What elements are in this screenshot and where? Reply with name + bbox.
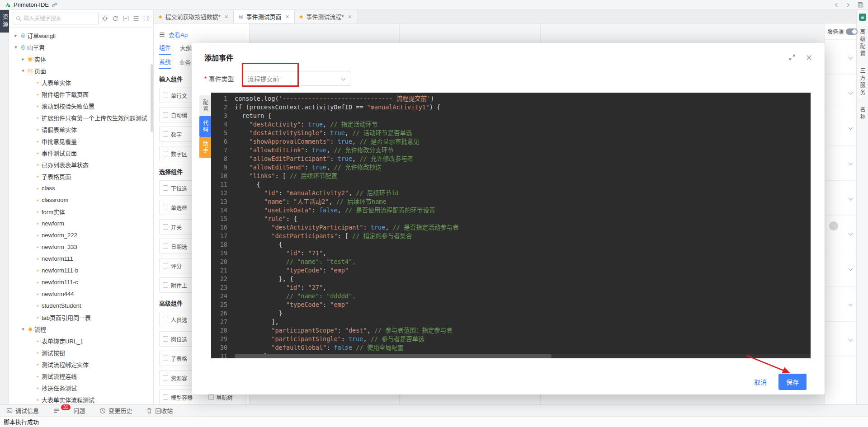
palette-tab[interactable]: 大纲	[180, 41, 192, 55]
scrollbar-thumb[interactable]	[235, 354, 552, 358]
collapsed-panel-row[interactable]	[825, 75, 856, 110]
tree-item[interactable]: ●newform_222	[9, 229, 153, 241]
palette-tab[interactable]: 组件	[159, 41, 171, 55]
collapsed-panel-row[interactable]	[825, 40, 856, 75]
expand-icon[interactable]: ▸	[13, 33, 19, 38]
editor-tab[interactable]: ▤事件测试页面×	[234, 10, 295, 23]
tree-item[interactable]: ●newform111	[9, 253, 153, 264]
editor-tab[interactable]: ◆事件测试流程*×	[295, 10, 357, 23]
dot-icon: ●	[33, 281, 42, 284]
tree-item[interactable]: ●请假表单实体	[9, 123, 153, 135]
recycle-bin-label: 回收站	[155, 406, 173, 415]
search-input[interactable]	[24, 15, 95, 22]
tree-item[interactable]: ●studentStudent	[9, 300, 153, 311]
tree-item[interactable]: ●扩展组件只有第一个上传包生效问题测试	[9, 112, 153, 123]
tree-item[interactable]: ●滚动到校验失败位置	[9, 100, 153, 112]
problems-item[interactable]: 31 问题	[53, 406, 85, 415]
close-tab-icon[interactable]: ×	[285, 13, 289, 20]
data-grid-icon[interactable]: ⊞	[859, 14, 866, 21]
code-editor[interactable]: 1234567891011121314151617181920212223242…	[211, 93, 811, 358]
fullscreen-icon[interactable]	[789, 54, 795, 61]
palette-item-icon	[163, 185, 168, 191]
collapsed-panel-row[interactable]	[825, 110, 856, 145]
export-panel-icon[interactable]	[143, 15, 150, 22]
link-icon[interactable]	[52, 2, 57, 8]
close-icon[interactable]	[806, 55, 812, 61]
save-icon[interactable]	[858, 2, 863, 8]
tree-item[interactable]: ▾◎山羊君	[9, 41, 153, 53]
right-strip-tab[interactable]: 高级配置	[859, 29, 866, 58]
palette-subtab[interactable]: 系统	[159, 55, 171, 69]
right-strip-tab[interactable]: 三方服务	[859, 68, 866, 97]
refresh-icon[interactable]	[112, 15, 118, 22]
tree-item[interactable]: ●newform_333	[9, 241, 153, 253]
tree-item[interactable]: ●newform	[9, 217, 153, 229]
tree-item[interactable]: ●已办列表表单状态	[9, 159, 153, 170]
expand-icon[interactable]: ▸	[20, 56, 26, 62]
tree-item[interactable]: ●测试流程绑定实体	[9, 358, 153, 370]
debug-info-item[interactable]: 调试信息	[6, 406, 39, 415]
collapsed-panel-row[interactable]	[825, 181, 856, 216]
editor-config-tab[interactable]: 配置	[199, 95, 211, 116]
server-side-toggle[interactable]	[846, 28, 858, 35]
tree-item[interactable]: ●事件测试页面	[9, 147, 153, 159]
editor-tab[interactable]: ◆提交前获取按钮数据*×	[154, 10, 234, 23]
tree-item[interactable]: ▾◆流程	[9, 323, 153, 335]
tree-item[interactable]: ●大表单实体流程测试	[9, 394, 153, 404]
tree-item[interactable]: ●子表格页面	[9, 170, 153, 182]
collapse-icon[interactable]: ▾	[20, 68, 26, 74]
collapse-icon[interactable]: ▾	[13, 44, 19, 50]
sidebar-scrollbar[interactable]	[151, 64, 153, 132]
tree-item[interactable]: ▸▣实体	[9, 53, 153, 65]
palette-subtab[interactable]: 业务	[179, 55, 191, 69]
view-app-button[interactable]: 查看Ap	[159, 28, 245, 41]
tree-item[interactable]: ●表单绑定URL_1	[9, 335, 153, 347]
save-button[interactable]: 保存	[778, 374, 807, 390]
tree-item[interactable]: ▾▤页面	[9, 65, 153, 76]
tree-item[interactable]: ●form实体	[9, 206, 153, 217]
forward-icon[interactable]	[846, 2, 850, 8]
tree-item-label: classroom	[42, 197, 68, 203]
tree-item[interactable]: ●测试按钮	[9, 347, 153, 358]
tree-item[interactable]: ●附件组件下载页面	[9, 88, 153, 100]
line-number: 13	[211, 197, 227, 206]
search-box[interactable]	[13, 13, 99, 24]
collapse-icon[interactable]: ▾	[20, 326, 26, 332]
dot-icon: ●	[33, 375, 42, 378]
tree-item[interactable]: ●class	[9, 182, 153, 194]
event-type-select[interactable]: 流程提交前	[242, 71, 350, 86]
collapse-all-icon[interactable]	[123, 15, 129, 22]
tree-item[interactable]: ●抄送任务测试	[9, 382, 153, 394]
palette-item-label: 自动编	[171, 111, 187, 119]
close-tab-icon[interactable]: ×	[348, 13, 351, 20]
change-history-item[interactable]: 变更历史	[99, 406, 132, 415]
recycle-bin-item[interactable]: 回收站	[146, 406, 173, 415]
editor-assistant-tab[interactable]: 助手	[199, 137, 211, 158]
collapsed-panel-row[interactable]	[825, 251, 856, 286]
tree-item-label: class	[42, 185, 55, 192]
tree-item[interactable]: ●审批意见覆盖	[9, 135, 153, 147]
collapsed-panel-row[interactable]	[825, 286, 856, 322]
tree-item[interactable]: ●newform111-c	[9, 276, 153, 288]
resources-strip-tab[interactable]: 资源	[0, 10, 9, 33]
tree-item[interactable]: ▸◎订单wangll	[9, 29, 153, 41]
collapsed-panel-row[interactable]	[825, 145, 856, 181]
tree-item[interactable]: ●newform111-b	[9, 264, 153, 276]
locate-icon[interactable]	[102, 15, 108, 22]
cancel-button[interactable]: 取消	[754, 377, 767, 386]
collapsed-panel-row[interactable]	[825, 322, 856, 357]
back-icon[interactable]	[834, 2, 839, 8]
list-icon[interactable]	[133, 15, 139, 22]
tree-item[interactable]: ●测试流程连线	[9, 370, 153, 382]
line-number-gutter: 1234567891011121314151617181920212223242…	[211, 93, 235, 358]
collapsed-panel-row[interactable]	[825, 216, 856, 251]
right-strip-tab[interactable]: 名称	[859, 107, 866, 121]
tree-item[interactable]: ●tab页面引用同一表	[9, 311, 153, 323]
tree-item-label: 附件组件下载页面	[42, 90, 89, 99]
tree-item[interactable]: ●大表单实体	[9, 76, 153, 88]
tree-item[interactable]: ●newform444	[9, 288, 153, 300]
horizontal-scrollbar[interactable]	[235, 354, 811, 358]
tree-item[interactable]: ●classroom	[9, 194, 153, 206]
editor-code-tab[interactable]: 代码	[199, 116, 211, 137]
close-tab-icon[interactable]: ×	[225, 13, 228, 20]
